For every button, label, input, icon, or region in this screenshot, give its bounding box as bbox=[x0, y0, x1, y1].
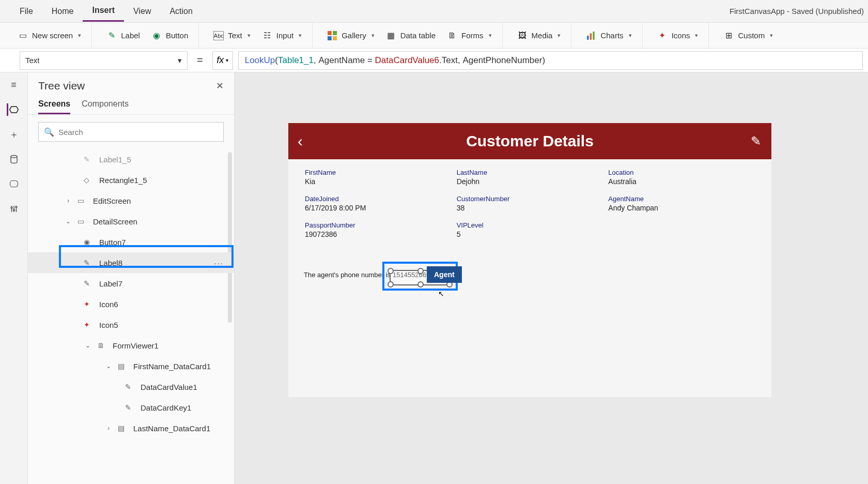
add-icon[interactable]: ＋ bbox=[8, 128, 20, 141]
property-selector[interactable]: Text ▾ bbox=[20, 51, 188, 70]
label-button[interactable]: ✎ Label bbox=[102, 28, 144, 43]
close-icon[interactable]: ✕ bbox=[216, 80, 224, 92]
text-dropdown[interactable]: Abc Text ▾ bbox=[209, 28, 255, 43]
menu-bar: File Home Insert View Action FirstCanvas… bbox=[0, 0, 868, 23]
input-dropdown[interactable]: ☷ Input ▾ bbox=[258, 28, 306, 43]
charts-dropdown[interactable]: Charts ▾ bbox=[582, 28, 636, 43]
tree-item-label: Button7 bbox=[99, 238, 126, 247]
call-agent-button[interactable]: Agent bbox=[427, 266, 462, 283]
collapse-icon[interactable]: ⌄ bbox=[84, 342, 92, 349]
tree-item-label: FirstName_DataCard1 bbox=[133, 362, 211, 371]
more-icon[interactable]: ··· bbox=[214, 259, 224, 267]
button-button[interactable]: ◉ Button bbox=[147, 28, 192, 43]
tree-item-firstname-datacard[interactable]: ⌄ ▤ FirstName_DataCard1 bbox=[28, 356, 234, 376]
custom-dropdown[interactable]: ⊞ Custom ▾ bbox=[719, 28, 777, 43]
svg-point-10 bbox=[16, 206, 17, 208]
data-icon[interactable] bbox=[8, 153, 20, 165]
resize-handle[interactable] bbox=[417, 268, 424, 274]
tree-item-rectangle1-5[interactable]: ◇ Rectangle1_5 bbox=[28, 170, 234, 190]
tree-item-lastname-datacard[interactable]: › ▤ LastName_DataCard1 bbox=[28, 418, 234, 438]
chevron-down-icon: ▾ bbox=[178, 56, 182, 65]
menu-action[interactable]: Action bbox=[160, 2, 202, 21]
formula-input[interactable]: LookUp(Table1_1, AgentName = DataCardVal… bbox=[238, 51, 863, 70]
gallery-icon bbox=[327, 31, 337, 40]
collapse-icon[interactable]: ⌄ bbox=[64, 218, 72, 225]
tree-item-detailscreen[interactable]: ⌄ ▭ DetailScreen bbox=[28, 211, 234, 232]
tree-item-label: Label8 bbox=[99, 259, 122, 267]
chevron-down-icon: ▾ bbox=[557, 32, 561, 39]
ribbon: ▭ New screen ▾ ✎ Label ◉ Button Abc Text… bbox=[0, 23, 868, 49]
resize-handle[interactable] bbox=[417, 281, 424, 288]
media-rail-icon[interactable]: 🖵 bbox=[8, 178, 20, 190]
label-icon: ✎ bbox=[106, 31, 117, 40]
tree-item-label7[interactable]: ✎ Label7 bbox=[28, 273, 234, 294]
gallery-dropdown[interactable]: Gallery ▾ bbox=[323, 28, 379, 43]
button-icon: ◉ bbox=[151, 31, 162, 40]
svg-rect-2 bbox=[328, 36, 332, 40]
tree-search[interactable]: 🔍 bbox=[38, 122, 224, 142]
formula-table: Table1_1 bbox=[278, 55, 314, 66]
edit-icon[interactable]: ✎ bbox=[751, 134, 761, 148]
collapse-icon[interactable]: ⌄ bbox=[104, 362, 113, 370]
tree-item-datacardkey1[interactable]: ✎ DataCardKey1 bbox=[28, 397, 234, 418]
tree-item-label: LastName_DataCard1 bbox=[133, 424, 210, 433]
menu-home[interactable]: Home bbox=[42, 2, 83, 21]
form-viewer: FirstName Kia LastName Dejohn Location A… bbox=[288, 159, 771, 243]
label-icon: ✎ bbox=[125, 403, 135, 412]
vip-label: VIPLevel bbox=[457, 221, 603, 229]
resize-handle[interactable] bbox=[388, 268, 394, 274]
screen-icon: ▭ bbox=[18, 31, 28, 40]
chevron-down-icon: ▾ bbox=[629, 32, 632, 39]
menu-insert[interactable]: Insert bbox=[83, 1, 124, 22]
tree-item-label8[interactable]: ✎ Label8 ··· bbox=[28, 252, 234, 273]
forms-dropdown[interactable]: 🗎 Forms ▾ bbox=[443, 28, 496, 43]
settings-icon[interactable] bbox=[8, 203, 20, 215]
formula-value: DataCardValue6 bbox=[375, 55, 439, 66]
label-icon: ✎ bbox=[84, 155, 94, 163]
tree-view-icon[interactable] bbox=[7, 103, 19, 116]
tree-item-label: Icon6 bbox=[99, 300, 118, 309]
chevron-down-icon: ▾ bbox=[78, 32, 81, 39]
formula-text-suffix: .Text bbox=[439, 55, 458, 66]
hamburger-icon[interactable]: ≡ bbox=[8, 79, 20, 91]
icons-dropdown[interactable]: ✦ Icons ▾ bbox=[653, 28, 703, 43]
expand-icon[interactable]: › bbox=[104, 425, 113, 432]
tree-item-button7[interactable]: ◉ Button7 bbox=[28, 232, 234, 252]
tree-item-label: Icon5 bbox=[99, 321, 118, 329]
tree-item-editscreen[interactable]: › ▭ EditScreen bbox=[28, 190, 234, 211]
tree-item-label: DataCardKey1 bbox=[141, 403, 191, 412]
media-icon: 🖼 bbox=[517, 31, 528, 40]
svg-rect-4 bbox=[587, 36, 589, 40]
chevron-down-icon: ▾ bbox=[489, 32, 492, 39]
data-table-button[interactable]: ▦ Data table bbox=[382, 28, 440, 43]
tree-item-label: DetailScreen bbox=[93, 217, 137, 226]
media-label: Media bbox=[532, 31, 553, 40]
media-dropdown[interactable]: 🖼 Media ▾ bbox=[513, 28, 565, 43]
tab-components[interactable]: Components bbox=[82, 99, 129, 114]
data-table-label: Data table bbox=[400, 31, 436, 40]
fx-dropdown[interactable]: fx ▾ bbox=[212, 51, 233, 70]
app-title: FirstCanvasApp - Saved (Unpublished) bbox=[730, 7, 864, 16]
menu-view[interactable]: View bbox=[124, 2, 160, 21]
body: ≡ ＋ 🖵 Tree view ✕ Screens Components 🔍 bbox=[0, 72, 868, 484]
menu-file[interactable]: File bbox=[10, 2, 42, 21]
tree-item-label1-5[interactable]: ✎ Label1_5 bbox=[28, 149, 234, 170]
lastname-label: LastName bbox=[457, 169, 603, 176]
tree-item-datacardvalue1[interactable]: ✎ DataCardValue1 bbox=[28, 376, 234, 397]
icons-icon: ✦ bbox=[657, 31, 668, 40]
search-input[interactable] bbox=[58, 128, 218, 137]
resize-handle[interactable] bbox=[388, 281, 394, 288]
tree-item-icon6[interactable]: ✦ Icon6 bbox=[28, 294, 234, 314]
tab-screens[interactable]: Screens bbox=[38, 99, 70, 114]
icon-icon: ✦ bbox=[84, 321, 94, 329]
tree-item-icon5[interactable]: ✦ Icon5 bbox=[28, 314, 234, 335]
gallery-label: Gallery bbox=[342, 31, 366, 40]
new-screen-button[interactable]: ▭ New screen ▾ bbox=[13, 28, 85, 43]
expand-icon[interactable]: › bbox=[64, 197, 72, 204]
firstname-value: Kia bbox=[305, 177, 452, 186]
location-value: Australia bbox=[608, 177, 755, 186]
app-canvas[interactable]: ‹ Customer Details ✎ FirstName Kia LastN… bbox=[288, 123, 771, 397]
datejoined-value: 6/17/2019 8:00 PM bbox=[305, 204, 452, 212]
back-icon[interactable]: ‹ bbox=[298, 132, 303, 150]
tree-item-formviewer1[interactable]: ⌄ 🗎 FormViewer1 bbox=[28, 335, 234, 356]
